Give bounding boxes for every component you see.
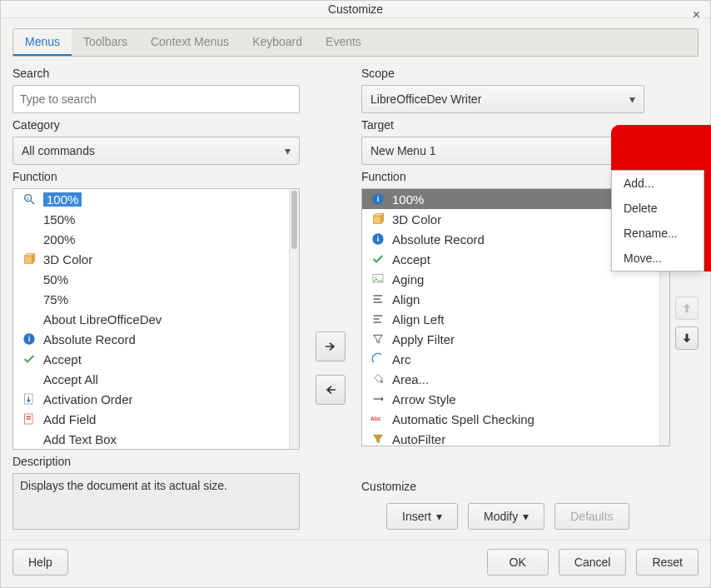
list-item-label: Add Field xyxy=(43,412,96,426)
list-item-label: Area... xyxy=(392,372,429,386)
list-item[interactable]: Activation Order xyxy=(13,389,299,409)
list-item[interactable]: Apply Filter xyxy=(362,329,669,349)
list-item-label: About LibreOfficeDev xyxy=(43,312,162,326)
list-item[interactable]: Arrow Style xyxy=(362,389,669,409)
customize-label: Customize xyxy=(361,480,699,493)
blank-icon xyxy=(22,311,37,326)
function-list-left[interactable]: 1100%150%200%3D Color50%75%About LibreOf… xyxy=(12,188,300,450)
list-item[interactable]: Arc xyxy=(362,349,669,369)
check-icon xyxy=(22,351,37,366)
close-icon[interactable]: × xyxy=(693,7,700,22)
list-item-label: 100% xyxy=(43,192,82,207)
tab-keyboard[interactable]: Keyboard xyxy=(241,29,314,56)
list-item[interactable]: 75% xyxy=(13,289,299,309)
svg-rect-13 xyxy=(374,216,381,223)
list-item-label: Activation Order xyxy=(43,392,133,406)
arrow-style-icon xyxy=(370,391,385,406)
svg-text:i: i xyxy=(377,195,380,203)
list-item-label: Accept xyxy=(43,352,82,366)
add-to-target-button[interactable] xyxy=(316,331,346,361)
arrow-up-icon xyxy=(679,301,694,316)
reset-button[interactable]: Reset xyxy=(636,549,699,576)
magnify-icon: 1 xyxy=(22,192,37,207)
tab-toolbars[interactable]: Toolbars xyxy=(72,29,139,56)
doc-red-icon xyxy=(22,411,37,426)
chevron-down-icon: ▾ xyxy=(285,144,291,157)
align-left-icon xyxy=(370,311,385,326)
list-item[interactable]: AbcAutomatic Spell Checking xyxy=(362,409,669,429)
list-item[interactable]: 3D Color xyxy=(13,249,299,269)
remove-from-target-button[interactable] xyxy=(316,375,346,405)
filter-icon xyxy=(370,331,385,346)
arrow-right-icon xyxy=(323,339,338,354)
list-item-label: Align Left xyxy=(392,312,445,326)
list-item-label: Arc xyxy=(392,352,411,366)
list-item-label: 75% xyxy=(43,292,68,306)
help-button[interactable]: Help xyxy=(12,549,68,576)
insert-button[interactable]: Insert▾ xyxy=(386,503,458,530)
defaults-button[interactable]: Defaults xyxy=(554,503,629,530)
target-label: Target xyxy=(361,118,699,132)
list-item[interactable]: 200% xyxy=(13,229,299,249)
list-item[interactable]: Add Text Box xyxy=(13,429,299,449)
arrow-down-icon xyxy=(679,331,694,346)
search-input[interactable] xyxy=(12,85,300,113)
scope-value: LibreOfficeDev Writer xyxy=(370,92,481,106)
scope-combo[interactable]: LibreOfficeDev Writer ▾ xyxy=(361,85,644,113)
list-item-label: 3D Color xyxy=(392,212,441,227)
blank-icon xyxy=(22,272,37,287)
bucket-icon xyxy=(370,371,385,386)
target-combo[interactable]: New Menu 1 ▾ xyxy=(361,137,644,165)
gear-menu-delete[interactable]: Delete xyxy=(612,196,704,221)
svg-text:i: i xyxy=(28,335,31,343)
list-item-label: Automatic Spell Checking xyxy=(392,412,534,426)
list-item[interactable]: Aging xyxy=(362,269,669,289)
move-up-button[interactable] xyxy=(675,296,699,320)
blank-icon xyxy=(22,292,37,306)
modify-button[interactable]: Modify▾ xyxy=(468,503,544,530)
list-item[interactable]: Accept All xyxy=(13,369,299,389)
list-item[interactable]: About LibreOfficeDev xyxy=(13,309,299,329)
list-item[interactable]: iAbsolute Record xyxy=(13,329,299,349)
tab-menus[interactable]: Menus xyxy=(13,29,72,56)
cube-icon xyxy=(22,252,37,267)
ok-button[interactable]: OK xyxy=(487,549,549,576)
gear-button[interactable] xyxy=(651,137,684,165)
chevron-down-icon: ▾ xyxy=(523,510,529,523)
list-item-label: Absolute Record xyxy=(392,232,485,247)
list-item[interactable]: AutoFilter xyxy=(362,429,669,446)
gear-menu-move[interactable]: Move... xyxy=(612,246,704,271)
category-value: All commands xyxy=(22,144,95,157)
category-label: Category xyxy=(12,118,300,132)
image-icon xyxy=(370,272,385,287)
list-item[interactable]: Add Field xyxy=(13,409,299,429)
gear-menu-add[interactable]: Add... xyxy=(612,171,704,196)
cancel-button[interactable]: Cancel xyxy=(559,549,627,576)
list-item[interactable]: 50% xyxy=(13,269,299,289)
scrollbar[interactable] xyxy=(289,189,299,449)
description-label: Description xyxy=(12,455,300,468)
list-item[interactable]: Align Left xyxy=(362,309,669,329)
list-item[interactable]: 150% xyxy=(13,209,299,229)
tab-context-menus[interactable]: Context Menus xyxy=(139,29,241,56)
list-item-label: 50% xyxy=(43,272,68,287)
svg-rect-9 xyxy=(27,416,31,417)
list-item[interactable]: Align xyxy=(362,289,669,309)
tab-events[interactable]: Events xyxy=(314,29,373,56)
check-icon xyxy=(370,252,385,267)
abc-icon: Abc xyxy=(370,411,385,426)
gear-menu-popup: Add... Delete Rename... Move... xyxy=(611,170,704,272)
list-item-label: 200% xyxy=(43,232,75,247)
list-item[interactable]: Accept xyxy=(13,349,299,369)
svg-text:1: 1 xyxy=(27,196,29,201)
gear-menu-rename[interactable]: Rename... xyxy=(612,221,704,246)
cube-icon xyxy=(370,212,385,227)
list-item[interactable]: 1100% xyxy=(13,189,299,209)
move-down-button[interactable] xyxy=(675,326,699,350)
tab-bar: Menus Toolbars Context Menus Keyboard Ev… xyxy=(12,28,699,57)
list-item-label: 3D Color xyxy=(43,252,92,267)
category-combo[interactable]: All commands ▾ xyxy=(12,137,300,165)
list-item-label: Aging xyxy=(392,272,424,287)
list-item-label: Arrow Style xyxy=(392,392,456,406)
list-item[interactable]: Area... xyxy=(362,369,669,389)
